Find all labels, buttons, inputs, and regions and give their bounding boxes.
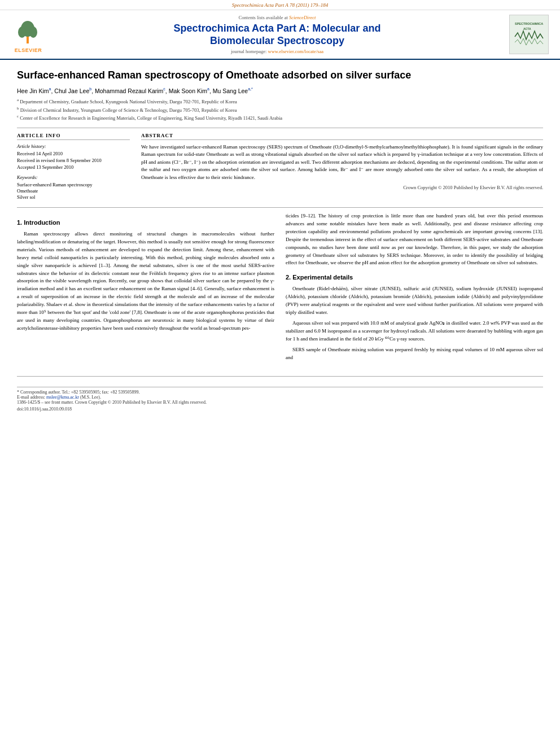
exp-para2: Aqueous silver sol was prepared with 10.…: [286, 320, 543, 343]
journal-logo-box: SPECTROCHIMICA ACTA: [509, 15, 549, 54]
history-label: Article history:: [17, 143, 130, 149]
affiliations: a Department of Chemistry, Graduate Scho…: [17, 97, 543, 122]
journal-citation: Spectrochimica Acta Part A 78 (2011) 179…: [0, 0, 560, 10]
abstract-section: Abstract We have investigated surface-en…: [141, 133, 543, 200]
body-divider: [17, 207, 543, 208]
issn-line: 1386-1425/$ – see front matter. Crown Co…: [17, 400, 543, 405]
journal-header-center: Contents lists available at ScienceDirec…: [52, 15, 502, 54]
svg-point-3: [18, 27, 26, 38]
info-abstract-section: Article Info Article history: Received 1…: [17, 133, 543, 200]
affiliation-c: c Center of Excellence for Research in E…: [17, 113, 543, 122]
article-info-label: Article Info: [17, 133, 130, 140]
svg-text:ACTA: ACTA: [523, 27, 531, 30]
authors-line: Hee Jin Kima, Chul Jae Leeb, Mohammad Re…: [17, 87, 543, 94]
corresponding-author-note: * Corresponding author. Tel.: +82 539505…: [17, 387, 543, 400]
journal-header: ELSEVIER Contents lists available at Sci…: [0, 10, 560, 60]
keyword-2: Omethoate: [17, 188, 130, 194]
journal-logo-text: SPECTROCHIMICA ACTA: [512, 17, 546, 52]
keyword-3: Silver sol: [17, 194, 130, 200]
affiliation-a: a Department of Chemistry, Graduate Scho…: [17, 97, 543, 106]
exp-para3: SERS sample of Omethoate mixing solution…: [286, 346, 543, 362]
revised-date: Received in revised form 8 September 201…: [17, 158, 130, 163]
journal-homepage: journal homepage: www.elsevier.com/locat…: [52, 49, 502, 54]
abstract-label: Abstract: [141, 133, 543, 140]
intro-para2: ticides [9–12]. The history of crop prot…: [286, 212, 543, 268]
body-columns: 1. Introduction Raman spectroscopy allow…: [17, 212, 543, 365]
copyright-line: Crown Copyright © 2010 Published by Else…: [141, 185, 543, 190]
accepted-date: Accepted 13 September 2010: [17, 164, 130, 170]
exp-para1: Omethoate (Ridel-dehäën), silver nitrate…: [286, 285, 543, 317]
footer: * Corresponding author. Tel.: +82 539505…: [17, 376, 543, 412]
affiliation-b: b Division of Chemical Industry, Yeungna…: [17, 106, 543, 114]
received-date: Received 14 April 2010: [17, 151, 130, 156]
header-divider: [17, 128, 543, 128]
journal-main-title: Spectrochimica Acta Part A: Molecular an…: [52, 23, 502, 47]
elsevier-logo-icon: [13, 16, 44, 47]
svg-text:SPECTROCHIMICA: SPECTROCHIMICA: [515, 22, 543, 25]
spectrochimica-logo-icon: SPECTROCHIMICA ACTA: [512, 17, 546, 51]
elsevier-label: ELSEVIER: [15, 47, 42, 53]
body-col-left: 1. Introduction Raman spectroscopy allow…: [17, 212, 274, 365]
article-title: Surface-enhanced Raman spectroscopy of O…: [17, 69, 543, 82]
keywords-label: Keywords:: [17, 174, 130, 180]
svg-point-4: [29, 27, 37, 38]
abstract-text: We have investigated surface-enhanced Ra…: [141, 143, 543, 182]
intro-para1: Raman spectroscopy allows direct monitor…: [17, 230, 274, 333]
keyword-1: Surface-enhanced Raman spectroscopy: [17, 182, 130, 187]
citation-text: Spectrochimica Acta Part A 78 (2011) 179…: [232, 2, 328, 8]
main-content: Surface-enhanced Raman spectroscopy of O…: [0, 60, 560, 422]
section1-heading: 1. Introduction: [17, 218, 274, 228]
section2-heading: 2. Experimental details: [286, 273, 543, 282]
contents-line: Contents lists available at ScienceDirec…: [52, 15, 502, 20]
body-col-right: ticides [9–12]. The history of crop prot…: [286, 212, 543, 365]
elsevier-logo: ELSEVIER: [11, 16, 45, 53]
doi-line: doi:10.1016/j.saa.2010.09.018: [17, 407, 543, 412]
article-info: Article Info Article history: Received 1…: [17, 133, 130, 200]
